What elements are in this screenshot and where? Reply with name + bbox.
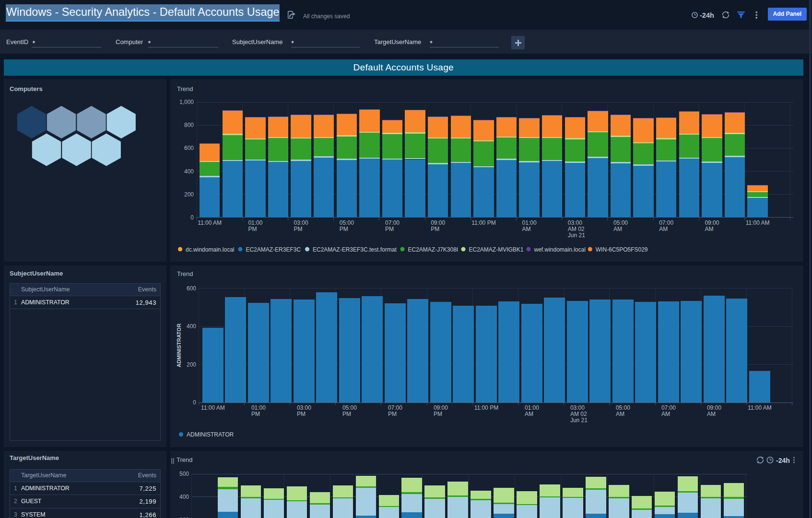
svg-text:EC2AMAZ-ER3EF3C.test.format: EC2AMAZ-ER3EF3C.test.format bbox=[313, 246, 397, 253]
svg-text:400: 400 bbox=[184, 168, 194, 175]
svg-text:05:00: 05:00 bbox=[616, 404, 630, 411]
svg-text:07:00: 07:00 bbox=[661, 404, 676, 411]
svg-text:AM: AM bbox=[522, 226, 531, 232]
svg-text:03:00: 03:00 bbox=[297, 404, 311, 411]
svg-text:09:00: 09:00 bbox=[431, 219, 445, 226]
svg-text:03:00: 03:00 bbox=[568, 219, 582, 226]
svg-text:11:00 AM: 11:00 AM bbox=[748, 404, 772, 411]
svg-text:PM: PM bbox=[297, 411, 306, 417]
svg-text:200: 200 bbox=[184, 191, 194, 198]
svg-text:11:00 PM: 11:00 PM bbox=[471, 219, 495, 226]
svg-text:400: 400 bbox=[187, 323, 196, 330]
svg-text:07:00: 07:00 bbox=[385, 219, 400, 226]
svg-text:AM: AM bbox=[659, 226, 668, 232]
svg-text:0: 0 bbox=[190, 214, 194, 221]
svg-text:01:00: 01:00 bbox=[251, 404, 266, 411]
svg-text:ADMINISTRATOR: ADMINISTRATOR bbox=[177, 323, 182, 367]
svg-text:EC2AMAZ-ER3EF3C: EC2AMAZ-ER3EF3C bbox=[246, 246, 301, 253]
svg-text:500: 500 bbox=[179, 471, 189, 477]
svg-text:-24h: -24h bbox=[776, 457, 790, 464]
svg-text:01:00: 01:00 bbox=[248, 219, 262, 226]
svg-text:Trend: Trend bbox=[177, 456, 192, 463]
svg-text:0: 0 bbox=[193, 399, 196, 406]
svg-text:03:00: 03:00 bbox=[294, 219, 308, 226]
svg-text:EC2AMAZ-MVIGBK1: EC2AMAZ-MVIGBK1 bbox=[469, 246, 524, 253]
svg-text:EC2AMAZ-J7K308I: EC2AMAZ-J7K308I bbox=[408, 246, 459, 253]
svg-text:AM 02: AM 02 bbox=[570, 411, 587, 417]
svg-text:1,000: 1,000 bbox=[179, 99, 194, 105]
svg-text:300: 300 bbox=[179, 517, 189, 518]
svg-text:PM: PM bbox=[248, 226, 257, 232]
svg-text:AM 02: AM 02 bbox=[568, 226, 585, 232]
svg-text:11:00 AM: 11:00 AM bbox=[201, 404, 225, 411]
svg-text:WIN-6C5PO5FS029: WIN-6C5PO5FS029 bbox=[596, 246, 648, 253]
svg-text:200: 200 bbox=[187, 361, 196, 368]
svg-text:AM: AM bbox=[525, 411, 533, 417]
svg-text:07:00: 07:00 bbox=[659, 219, 673, 226]
svg-text:03:00: 03:00 bbox=[570, 404, 585, 411]
svg-text:11:00 AM: 11:00 AM bbox=[746, 219, 770, 226]
svg-text:PM: PM bbox=[342, 411, 351, 417]
svg-text:09:00: 09:00 bbox=[707, 404, 721, 411]
svg-text:PM: PM bbox=[251, 411, 260, 417]
svg-text:600: 600 bbox=[184, 145, 194, 151]
svg-text:11:00 AM: 11:00 AM bbox=[198, 219, 222, 226]
svg-text:05:00: 05:00 bbox=[613, 219, 628, 226]
svg-text:ADMINISTRATOR: ADMINISTRATOR bbox=[187, 431, 234, 438]
svg-text:09:00: 09:00 bbox=[705, 219, 719, 226]
svg-text:09:00: 09:00 bbox=[434, 404, 448, 411]
svg-text:400: 400 bbox=[179, 494, 189, 500]
svg-text:11:00 PM: 11:00 PM bbox=[474, 404, 498, 411]
svg-text:07:00: 07:00 bbox=[388, 404, 402, 411]
svg-text:PM: PM bbox=[388, 411, 397, 417]
svg-text:Trend: Trend bbox=[177, 270, 193, 277]
svg-text:05:00: 05:00 bbox=[340, 219, 354, 226]
svg-text:01:00: 01:00 bbox=[522, 219, 537, 226]
svg-text:600: 600 bbox=[187, 285, 196, 292]
svg-text:AM: AM bbox=[705, 226, 713, 232]
svg-text:Trend: Trend bbox=[177, 85, 193, 92]
svg-text:01:00: 01:00 bbox=[525, 404, 539, 411]
svg-text:AM: AM bbox=[616, 411, 624, 417]
svg-text:PM: PM bbox=[434, 411, 442, 417]
svg-text:AM: AM bbox=[613, 226, 622, 232]
svg-text:05:00: 05:00 bbox=[342, 404, 357, 411]
svg-text:AM: AM bbox=[707, 411, 716, 417]
svg-text:PM: PM bbox=[340, 226, 348, 232]
svg-text:Jun 21: Jun 21 bbox=[570, 417, 588, 424]
svg-text:Jun 21: Jun 21 bbox=[568, 232, 585, 239]
svg-text:800: 800 bbox=[184, 122, 194, 128]
svg-text:PM: PM bbox=[431, 226, 439, 232]
svg-text:AM: AM bbox=[661, 411, 670, 417]
svg-text:wef.windomain.local: wef.windomain.local bbox=[534, 246, 586, 253]
svg-text:dc.windomain.local: dc.windomain.local bbox=[186, 246, 234, 253]
svg-text:PM: PM bbox=[385, 226, 394, 232]
svg-text:PM: PM bbox=[294, 226, 303, 232]
